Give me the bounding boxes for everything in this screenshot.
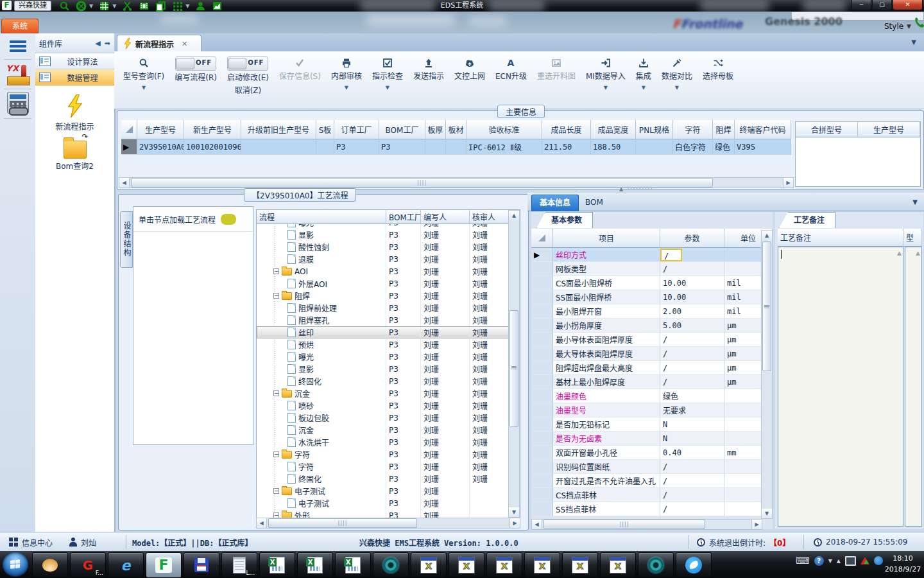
table-cell[interactable]: P3 <box>334 139 379 155</box>
sidebar-item-design-algorithm[interactable]: 设计算法 <box>35 53 114 69</box>
taskbar-button-ie-icon[interactable]: e <box>108 552 144 578</box>
column-header[interactable]: 生产型号 <box>137 120 184 139</box>
table-cell[interactable] <box>425 139 446 155</box>
style-caret-icon[interactable]: ▼ <box>907 23 911 30</box>
lifering-icon[interactable] <box>76 1 87 12</box>
calculator-tool-icon[interactable] <box>0 90 35 116</box>
column-header[interactable]: 流程 <box>257 210 386 224</box>
param-row[interactable]: 油墨颜色绿色 <box>531 389 773 403</box>
column-header[interactable]: PNL规格 <box>636 120 673 139</box>
param-row[interactable]: 识别码位置图纸/ <box>531 460 773 474</box>
taskbar-button-xwin-icon[interactable] <box>600 552 636 578</box>
row-selector[interactable]: ▶ <box>531 248 553 262</box>
main-table-hscrollbar[interactable]: ◀ |||| ▶ <box>119 177 794 188</box>
column-header[interactable]: BOM工厂 <box>386 210 421 224</box>
tab-basic-info[interactable]: 基本信息 <box>531 195 579 211</box>
param-row[interactable]: 是否为无卤素N <box>531 432 773 446</box>
style-label[interactable]: Style <box>884 22 903 31</box>
tab-device-structure[interactable]: 设备结构 <box>120 211 133 268</box>
scrollbar-thumb[interactable] <box>762 241 771 371</box>
param-row[interactable]: 阻焊超出焊盘最大高度/µm <box>531 361 773 375</box>
tree-row[interactable]: 退膜P3刘珊刘珊已审核 <box>257 253 509 265</box>
tree-row[interactable]: −字符P3刘珊刘珊已审核 <box>257 448 509 460</box>
tree-row[interactable]: 喷砂P3刘珊刘珊已审核 <box>257 399 509 412</box>
taskbar-button-shell-icon[interactable] <box>32 552 68 578</box>
param-row[interactable]: 最小阻焊开窗2.00mil <box>531 304 773 319</box>
row-selector[interactable] <box>531 333 553 347</box>
tree-row[interactable]: 阻焊前处理P3刘珊刘珊已审核 <box>257 302 509 314</box>
scroll-down-icon[interactable]: ▼ <box>762 509 772 518</box>
model-text-area[interactable]: ▲ <box>905 247 922 527</box>
tree-row[interactable]: 酸性蚀刻P3刘珊刘珊已审核 <box>257 241 509 253</box>
toolbar-button-3[interactable]: 保存信息(S) <box>274 55 326 82</box>
param-row[interactable]: SS挡点菲林/ <box>531 502 773 516</box>
tabstrip-caret-icon[interactable]: ▼ <box>911 39 916 46</box>
network-app-icon[interactable] <box>874 556 883 565</box>
param-row[interactable]: 双面开窗最小孔径0.40mm <box>531 446 773 460</box>
column-header[interactable]: 升级前旧生产型号 <box>241 120 316 139</box>
tree-row[interactable]: −阻焊P3刘珊刘珊已审核 <box>257 290 509 302</box>
column-header[interactable]: S板 <box>316 120 334 139</box>
param-row[interactable]: 最小导体表面阻焊厚度/µm <box>531 333 773 347</box>
toolbar-button-11[interactable]: 集成▼ <box>631 55 656 92</box>
dropdown-caret-icon[interactable]: ▼ <box>112 3 116 9</box>
taskbar-button-cd-icon[interactable] <box>638 552 674 578</box>
tree-row[interactable]: 电子测试P3刘珊已编写 <box>257 497 509 509</box>
scroll-up-icon[interactable]: ▲ <box>509 211 519 220</box>
dropdown-caret-icon[interactable]: ▼ <box>386 85 389 91</box>
tree-row[interactable]: 板边包胶P3刘珊刘珊已审核 <box>257 412 509 424</box>
warning-triangle-icon[interactable] <box>860 557 869 565</box>
toolbar-button-4[interactable]: 内部审核▼ <box>326 55 367 92</box>
params-vscrollbar[interactable]: ▲ ▼ <box>761 230 773 519</box>
user-icon[interactable] <box>195 1 206 12</box>
tree-row[interactable]: 曝光P3刘珊刘珊已审核 <box>257 224 509 229</box>
scroll-up-icon[interactable]: ▲ <box>897 250 902 256</box>
column-header[interactable]: 成品宽度 <box>591 120 636 139</box>
dropdown-caret-icon[interactable]: ▼ <box>604 85 608 91</box>
tree-row[interactable]: 外层AOIP3刘珊刘珊已审核 <box>257 277 509 290</box>
param-row[interactable]: 最大导体表面阻焊厚度/µm <box>531 347 773 361</box>
table-cell[interactable]: V39S <box>735 139 791 155</box>
tree-expander-icon[interactable]: − <box>273 512 279 518</box>
toolbar-button-7[interactable]: 文控上网 <box>449 55 490 82</box>
toolbar-button-10[interactable]: MI数据导入▼ <box>581 55 631 92</box>
scroll-right-icon[interactable]: ▶ <box>751 520 762 529</box>
row-selector[interactable] <box>531 417 553 432</box>
dropdown-caret-icon[interactable]: ▼ <box>185 3 189 9</box>
table-cell[interactable] <box>636 139 673 155</box>
table-cell[interactable]: 绿色 <box>713 139 735 155</box>
row-selector[interactable] <box>531 276 553 290</box>
toolbar-button-9[interactable]: 重选开料图 <box>532 55 581 82</box>
toolbar-button-0[interactable]: 型号查询(F)▼ <box>118 55 169 92</box>
scroll-right-icon[interactable]: ▶ <box>783 178 793 188</box>
dropdown-caret-icon[interactable]: ▼ <box>89 3 93 9</box>
param-row[interactable]: ▶丝印方式/ <box>531 248 773 262</box>
column-header[interactable]: BOM工厂 <box>379 120 425 139</box>
tree-row[interactable]: 预烘P3刘珊刘珊已审核 <box>257 338 509 351</box>
menu-burger-icon[interactable] <box>0 37 35 55</box>
taskbar-button-cd-icon[interactable] <box>373 552 409 578</box>
scroll-left-icon[interactable]: ◀ <box>257 518 267 528</box>
toolbar-button-label2[interactable]: 取消(Z) <box>235 84 262 95</box>
param-row[interactable]: CS面最小阻焊桥10.00mil <box>531 276 773 290</box>
params-hscrollbar[interactable]: ◀ |||| ▶ <box>531 519 762 530</box>
row-selector[interactable]: ▶ <box>121 139 137 155</box>
start-button[interactable] <box>3 552 28 577</box>
keyboard-icon[interactable]: ⌨ <box>796 555 810 566</box>
tab-close-icon[interactable]: ✕ <box>182 40 187 48</box>
yx-factory-icon[interactable]: YX <box>0 62 35 87</box>
table-cell[interactable] <box>446 139 466 155</box>
grid-icon[interactable] <box>172 1 183 12</box>
dock-right-icon[interactable]: ➡ <box>105 39 110 48</box>
table-cell[interactable] <box>316 139 334 155</box>
tree-row[interactable]: 水洗烘干P3刘珊刘珊已审核 <box>257 436 509 448</box>
param-row[interactable]: 网板类型/ <box>531 262 773 276</box>
toolbar-button-2[interactable]: OFF启动修改(E)取消(Z) <box>222 55 274 96</box>
tree-row[interactable]: −外形P3刘珊已编写 <box>257 509 509 518</box>
scroll-left-icon[interactable]: ◀ <box>119 178 130 188</box>
copy-icon[interactable] <box>155 1 166 12</box>
tree-row[interactable]: −沉金P3刘珊刘珊已审核 <box>257 387 509 399</box>
param-row[interactable]: 基材上最小阻焊厚度/µm <box>531 375 773 389</box>
table-cell[interactable]: P3 <box>379 139 425 155</box>
sidebar-item-data-management[interactable]: 数据管理 <box>35 69 114 85</box>
